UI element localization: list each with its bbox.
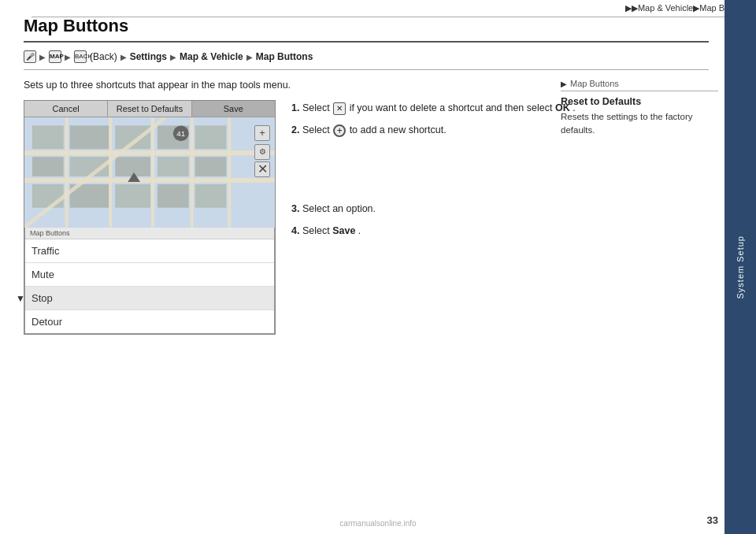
svg-rect-2	[32, 157, 64, 176]
save-button[interactable]: Save	[192, 101, 275, 117]
page-title: Map Buttons	[24, 16, 709, 43]
left-column: Cancel Reset to Defaults Save	[24, 100, 276, 335]
right-sidebar: System Setup	[724, 0, 756, 534]
svg-rect-21	[191, 117, 194, 227]
svg-rect-22	[228, 117, 231, 227]
list-item-selected[interactable]: ▼ Stop	[25, 287, 274, 310]
menu-header: Map Buttons	[25, 228, 274, 239]
list-item[interactable]: Detour	[25, 310, 274, 333]
svg-rect-12	[158, 184, 189, 208]
map-icon: MAP	[49, 50, 61, 63]
svg-rect-16	[24, 150, 275, 155]
watermark: carmanualsonline.info	[339, 519, 416, 528]
map-toolbar: Cancel Reset to Defaults Save	[24, 101, 275, 117]
zoom-in-button[interactable]: +	[254, 125, 270, 141]
nav-path: 🎤 ▶ MAP ▶ BACK (Back) ▶ Settings ▶ Map &…	[24, 50, 709, 70]
page-number: 33	[707, 514, 718, 526]
info-panel: ▶ Map Buttons Reset to Defaults Resets t…	[561, 79, 718, 138]
svg-rect-4	[70, 125, 109, 149]
selection-arrow-icon: ▼	[16, 293, 25, 304]
info-panel-text: Resets the settings to the factory defau…	[561, 110, 718, 138]
svg-text:41: 41	[176, 129, 186, 138]
zoom-out-button[interactable]: ✕	[254, 161, 270, 177]
info-panel-header: ▶ Map Buttons	[561, 79, 718, 91]
sidebar-label: System Setup	[736, 235, 745, 299]
svg-rect-8	[115, 157, 150, 176]
map-area: 41 + ⚙ ✕	[24, 117, 275, 228]
back-icon: BACK	[74, 50, 87, 63]
svg-rect-1	[32, 125, 64, 149]
svg-rect-19	[109, 117, 112, 227]
svg-rect-11	[158, 157, 189, 176]
step-4: 4. Select Save .	[291, 223, 709, 239]
list-item[interactable]: Traffic	[25, 239, 274, 263]
svg-rect-20	[151, 117, 154, 227]
reset-button[interactable]: Reset to Defaults	[108, 101, 191, 117]
map-settings-button[interactable]: ⚙	[254, 144, 270, 160]
svg-rect-14	[195, 157, 227, 176]
map-ui: Cancel Reset to Defaults Save	[24, 100, 276, 335]
svg-rect-7	[115, 125, 150, 149]
play-icon: ▶	[561, 80, 567, 88]
mic-icon: 🎤	[24, 50, 36, 63]
cancel-button[interactable]: Cancel	[24, 101, 108, 117]
delete-icon: ✕	[333, 102, 346, 115]
svg-rect-18	[65, 117, 69, 227]
step-3: 3. Select an option.	[291, 201, 709, 217]
svg-rect-13	[195, 125, 227, 149]
svg-rect-15	[195, 184, 227, 208]
menu-list: Map Buttons Traffic Mute ▼ Stop Detour	[24, 228, 275, 334]
map-svg: 41	[24, 117, 275, 228]
svg-rect-9	[115, 184, 150, 208]
map-controls: + ⚙ ✕	[254, 125, 270, 179]
info-panel-title: Reset to Defaults	[561, 96, 718, 107]
svg-rect-3	[32, 184, 64, 208]
list-item[interactable]: Mute	[25, 263, 274, 287]
add-icon: +	[333, 124, 346, 137]
svg-rect-17	[24, 178, 275, 183]
